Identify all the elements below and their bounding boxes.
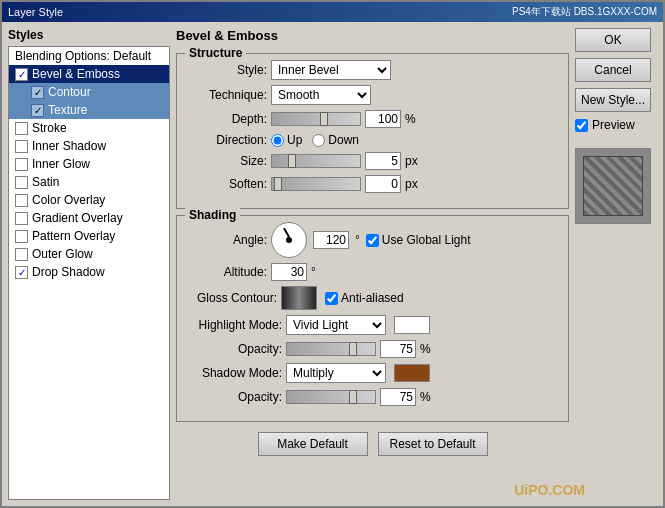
styles-list: Blending Options: Default Bevel & Emboss… <box>8 46 170 500</box>
outer-glow-checkbox[interactable] <box>15 248 28 261</box>
right-panel: OK Cancel New Style... Preview <box>575 28 657 500</box>
stroke-checkbox[interactable] <box>15 122 28 135</box>
inner-glow-checkbox[interactable] <box>15 158 28 171</box>
gradient-overlay-item[interactable]: Gradient Overlay <box>9 209 169 227</box>
preview-row: Preview <box>575 118 657 132</box>
direction-row: Direction: Up Down <box>187 133 558 147</box>
soften-label: Soften: <box>187 177 267 191</box>
highlight-opacity-slider[interactable] <box>286 342 376 356</box>
highlight-opacity-input[interactable] <box>380 340 416 358</box>
shadow-opacity-slider[interactable] <box>286 390 376 404</box>
altitude-input[interactable] <box>271 263 307 281</box>
satin-item[interactable]: Satin <box>9 173 169 191</box>
gloss-contour-preview[interactable] <box>281 286 317 310</box>
size-input[interactable] <box>365 152 401 170</box>
altitude-row: Altitude: ° <box>187 263 558 281</box>
soften-slider[interactable] <box>271 177 361 191</box>
highlight-opacity-unit: % <box>420 342 431 356</box>
satin-label: Satin <box>32 175 59 189</box>
angle-input[interactable] <box>313 231 349 249</box>
blending-options-item[interactable]: Blending Options: Default <box>9 47 169 65</box>
style-row: Style: Inner Bevel <box>187 60 558 80</box>
blending-options-label: Blending Options: Default <box>15 49 151 63</box>
shadow-mode-select[interactable]: Multiply <box>286 363 386 383</box>
inner-glow-item[interactable]: Inner Glow <box>9 155 169 173</box>
ok-button[interactable]: OK <box>575 28 651 52</box>
texture-item[interactable]: Texture <box>9 101 169 119</box>
gradient-overlay-checkbox[interactable] <box>15 212 28 225</box>
style-select[interactable]: Inner Bevel <box>271 60 391 80</box>
direction-down-label: Down <box>328 133 359 147</box>
highlight-color-swatch[interactable] <box>394 316 430 334</box>
color-overlay-item[interactable]: Color Overlay <box>9 191 169 209</box>
contour-label: Contour <box>48 85 91 99</box>
anti-aliased-checkbox[interactable] <box>325 292 338 305</box>
pattern-overlay-checkbox[interactable] <box>15 230 28 243</box>
cancel-button[interactable]: Cancel <box>575 58 651 82</box>
title-bar-left: Layer Style <box>8 6 63 18</box>
highlight-mode-select[interactable]: Vivid Light <box>286 315 386 335</box>
gloss-contour-row: Gloss Contour: Anti-aliased <box>187 286 558 310</box>
soften-row: Soften: px <box>187 175 558 193</box>
style-label: Style: <box>187 63 267 77</box>
depth-slider[interactable] <box>271 112 361 126</box>
stroke-item[interactable]: Stroke <box>9 119 169 137</box>
direction-up-label: Up <box>287 133 302 147</box>
shadow-opacity-slider-container: % <box>286 388 431 406</box>
angle-dial[interactable] <box>271 222 307 258</box>
use-global-light-checkbox[interactable] <box>366 234 379 247</box>
bottom-buttons: Make Default Reset to Default <box>176 428 569 462</box>
dialog-body: Styles Blending Options: Default Bevel &… <box>2 22 663 506</box>
size-slider[interactable] <box>271 154 361 168</box>
direction-down-item[interactable]: Down <box>312 133 359 147</box>
shadow-color-swatch[interactable] <box>394 364 430 382</box>
direction-down-radio[interactable] <box>312 134 325 147</box>
angle-center-dot <box>286 237 292 243</box>
highlight-mode-row: Highlight Mode: Vivid Light <box>187 315 558 335</box>
texture-checkbox[interactable] <box>31 104 44 117</box>
shadow-opacity-row: Opacity: % <box>187 388 558 406</box>
use-global-light-row: Use Global Light <box>366 233 471 247</box>
contour-checkbox[interactable] <box>31 86 44 99</box>
reset-to-default-button[interactable]: Reset to Default <box>378 432 488 456</box>
shadow-mode-label: Shadow Mode: <box>187 366 282 380</box>
gloss-contour-label: Gloss Contour: <box>187 291 277 305</box>
new-style-button[interactable]: New Style... <box>575 88 651 112</box>
shading-title: Shading <box>185 208 240 222</box>
angle-row: Angle: ° Use Global Light <box>187 222 558 258</box>
direction-radio-group: Up Down <box>271 133 359 147</box>
shadow-opacity-label: Opacity: <box>187 390 282 404</box>
direction-up-item[interactable]: Up <box>271 133 302 147</box>
anti-aliased-label: Anti-aliased <box>341 291 404 305</box>
color-overlay-checkbox[interactable] <box>15 194 28 207</box>
depth-input[interactable] <box>365 110 401 128</box>
inner-shadow-item[interactable]: Inner Shadow <box>9 137 169 155</box>
size-unit: px <box>405 154 418 168</box>
pattern-overlay-item[interactable]: Pattern Overlay <box>9 227 169 245</box>
structure-title: Structure <box>185 46 246 60</box>
soften-slider-container: px <box>271 175 418 193</box>
drop-shadow-checkbox[interactable] <box>15 266 28 279</box>
direction-up-radio[interactable] <box>271 134 284 147</box>
contour-item[interactable]: Contour <box>9 83 169 101</box>
drop-shadow-label: Drop Shadow <box>32 265 105 279</box>
bevel-emboss-checkbox[interactable] <box>15 68 28 81</box>
layer-style-dialog: Layer Style PS4年下载站 DBS.1GXXX-COM Styles… <box>0 0 665 508</box>
drop-shadow-item[interactable]: Drop Shadow <box>9 263 169 281</box>
depth-unit: % <box>405 112 416 126</box>
color-overlay-label: Color Overlay <box>32 193 105 207</box>
shadow-opacity-input[interactable] <box>380 388 416 406</box>
satin-checkbox[interactable] <box>15 176 28 189</box>
inner-glow-label: Inner Glow <box>32 157 90 171</box>
depth-slider-container: % <box>271 110 416 128</box>
technique-select[interactable]: Smooth <box>271 85 371 105</box>
inner-shadow-checkbox[interactable] <box>15 140 28 153</box>
main-section-title: Bevel & Emboss <box>176 28 569 43</box>
make-default-button[interactable]: Make Default <box>258 432 368 456</box>
preview-checkbox[interactable] <box>575 119 588 132</box>
bevel-emboss-item[interactable]: Bevel & Emboss <box>9 65 169 83</box>
outer-glow-item[interactable]: Outer Glow <box>9 245 169 263</box>
angle-unit: ° <box>355 233 360 247</box>
soften-input[interactable] <box>365 175 401 193</box>
size-row: Size: px <box>187 152 558 170</box>
